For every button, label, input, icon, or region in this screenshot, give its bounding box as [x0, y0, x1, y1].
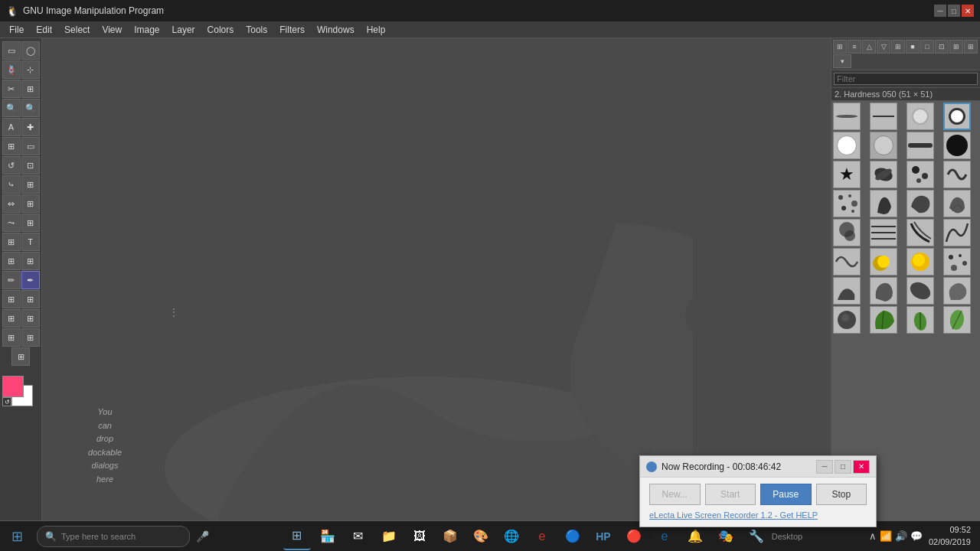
dialog-restore-button[interactable]: □: [835, 460, 851, 474]
reset-colors-button[interactable]: ↺: [2, 397, 11, 406]
taskbar-app-explorer[interactable]: 📁: [375, 523, 403, 550]
restore-button[interactable]: □: [948, 5, 960, 17]
brush-item[interactable]: [943, 132, 971, 159]
menu-help[interactable]: Help: [361, 23, 392, 37]
panel-tool-2[interactable]: ≡: [848, 40, 861, 54]
menu-layer[interactable]: Layer: [166, 23, 201, 37]
tool-cage[interactable]: ⊞: [21, 194, 40, 213]
tool-dodge[interactable]: ⊞: [11, 347, 30, 366]
tool-paths[interactable]: 🔍: [2, 99, 21, 117]
close-button[interactable]: ✕: [962, 5, 974, 17]
brush-item[interactable]: [943, 306, 971, 334]
menu-tools[interactable]: Tools: [240, 23, 273, 37]
tool-3d-transform[interactable]: ⊞: [21, 214, 40, 232]
brush-item[interactable]: [870, 132, 897, 159]
tool-flip[interactable]: ⇔: [2, 194, 21, 213]
clock[interactable]: 09:52 02/09/2019: [929, 524, 971, 548]
minimize-button[interactable]: ─: [934, 5, 946, 17]
tool-text[interactable]: A: [2, 118, 21, 136]
panel-tool-3[interactable]: △: [862, 40, 876, 54]
brush-item[interactable]: [870, 103, 897, 130]
taskbar-app-7[interactable]: 🎨: [467, 523, 495, 550]
menu-file[interactable]: File: [3, 23, 30, 37]
tool-bucket-fill[interactable]: ⊞: [2, 252, 21, 270]
panel-tool-1[interactable]: ⊞: [833, 40, 847, 54]
brush-item[interactable]: [906, 306, 934, 334]
tool-smudge[interactable]: ⊞: [21, 328, 40, 347]
tool-pencil[interactable]: ✏: [2, 271, 21, 289]
menu-view[interactable]: View: [96, 23, 128, 37]
tool-eraser[interactable]: ⊞: [2, 290, 21, 308]
brush-item[interactable]: [833, 277, 861, 305]
dialog-close-button[interactable]: ✕: [853, 460, 870, 474]
tool-shear[interactable]: ⤷: [2, 175, 21, 194]
tool-rotate[interactable]: ↺: [2, 156, 21, 174]
tool-crop[interactable]: ▭: [21, 137, 40, 155]
menu-colors[interactable]: Colors: [201, 23, 240, 37]
tool-free-select[interactable]: 🪢: [2, 60, 21, 79]
taskbar-search-box[interactable]: 🔍 Type here to search: [37, 526, 190, 547]
brush-item[interactable]: [906, 248, 934, 276]
panel-tool-9[interactable]: ⊞: [949, 40, 963, 54]
menu-filters[interactable]: Filters: [273, 23, 311, 37]
tray-network[interactable]: 📶: [880, 530, 892, 542]
tool-convolve[interactable]: ⊞: [2, 328, 21, 347]
brush-item[interactable]: [906, 103, 934, 130]
brush-item[interactable]: [870, 277, 897, 305]
foreground-color[interactable]: [2, 376, 24, 397]
brush-item[interactable]: [870, 248, 897, 276]
brush-item[interactable]: [943, 277, 971, 305]
menu-edit[interactable]: Edit: [30, 23, 58, 37]
tray-icon-1[interactable]: ∧: [869, 530, 877, 542]
brush-item[interactable]: [833, 306, 861, 334]
taskbar-app-photos[interactable]: 🖼: [406, 523, 433, 550]
start-button[interactable]: ⊞: [3, 523, 31, 550]
tool-color-pick[interactable]: 🔍: [21, 99, 40, 117]
tool-move[interactable]: ✚: [21, 118, 40, 136]
menu-image[interactable]: Image: [128, 23, 165, 37]
tool-airbrush[interactable]: ⊞: [21, 290, 40, 308]
brush-item[interactable]: [943, 161, 971, 188]
canvas-area[interactable]: Youcandropdockabledialogshere ⋮: [42, 38, 831, 522]
tool-healing[interactable]: ⊞: [21, 309, 40, 328]
panel-tool-5[interactable]: ⊞: [891, 40, 905, 54]
brush-item[interactable]: [906, 277, 934, 305]
brush-item[interactable]: [870, 190, 897, 217]
tool-rect-select[interactable]: ▭: [2, 41, 21, 60]
taskbar-app-9[interactable]: e: [528, 523, 556, 550]
tool-scale[interactable]: ⊡: [21, 156, 40, 174]
panel-tool-10[interactable]: ⊞: [964, 40, 978, 54]
brush-item[interactable]: [870, 306, 897, 334]
panel-tool-6[interactable]: ■: [906, 40, 920, 54]
brush-item[interactable]: [870, 161, 897, 188]
tool-paint-select[interactable]: ⊞: [2, 233, 21, 251]
taskbar-app-taskview[interactable]: ⊞: [283, 523, 311, 550]
brush-item[interactable]: [906, 161, 934, 188]
panel-tool-4[interactable]: ▽: [877, 40, 890, 54]
brush-item[interactable]: [833, 103, 861, 130]
tool-align[interactable]: ⊞: [2, 137, 21, 155]
taskbar-app-store[interactable]: 🏪: [314, 523, 341, 550]
brush-item[interactable]: [833, 248, 861, 276]
taskbar-app-10[interactable]: 🔵: [559, 523, 586, 550]
brush-item[interactable]: [833, 219, 861, 246]
taskbar-app-mail[interactable]: ✉: [345, 523, 372, 550]
taskbar-app-hp[interactable]: HP: [590, 523, 617, 550]
brush-item[interactable]: [870, 219, 897, 246]
tool-perspective[interactable]: ⊞: [21, 175, 40, 194]
brush-item-selected[interactable]: [943, 103, 971, 130]
tool-fuzzy-select[interactable]: ⊹: [21, 60, 40, 79]
brush-item[interactable]: [906, 190, 934, 217]
menu-windows[interactable]: Windows: [311, 23, 361, 37]
panel-dropdown[interactable]: ▾: [833, 54, 851, 68]
brush-item[interactable]: [906, 132, 934, 159]
tool-blend[interactable]: ⊞: [21, 252, 40, 270]
brush-item[interactable]: [943, 190, 971, 217]
brush-item[interactable]: [906, 219, 934, 246]
tool-ellipse-select[interactable]: ◯: [21, 41, 40, 60]
brush-item[interactable]: [943, 248, 971, 276]
brush-item[interactable]: [833, 190, 861, 217]
taskbar-app-6[interactable]: 📦: [436, 523, 464, 550]
tray-sound[interactable]: 🔊: [895, 530, 907, 542]
brush-item[interactable]: [943, 219, 971, 246]
